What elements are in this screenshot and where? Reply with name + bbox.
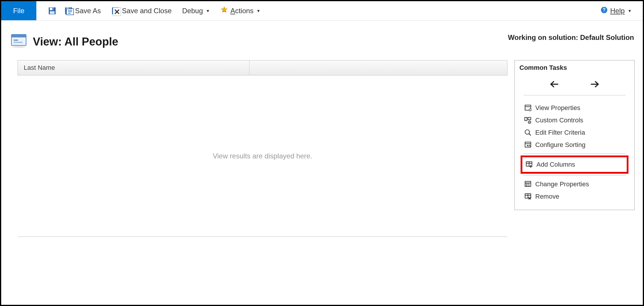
change-properties-icon [524,180,532,188]
column-header-last-name[interactable]: Last Name [18,60,249,75]
column-header-empty[interactable] [249,60,261,75]
view-grid: Last Name View results are displayed her… [18,60,507,237]
arrow-left-icon[interactable] [548,80,561,89]
task-edit-filter-criteria[interactable]: Edit Filter Criteria [524,126,626,139]
svg-rect-19 [14,40,18,41]
task-add-columns[interactable]: Add Columns [525,158,624,171]
task-configure-sorting[interactable]: Configure Sorting [524,139,626,151]
add-columns-icon [525,161,533,168]
chevron-down-icon: ▼ [206,9,210,13]
task-label: View Properties [535,104,580,112]
page-header: View: All People Working on solution: De… [1,21,643,51]
view-window-icon [10,32,28,51]
svg-rect-26 [528,117,531,120]
svg-point-28 [529,122,530,123]
svg-text:?: ? [603,7,606,12]
nav-arrows [524,77,626,95]
main-content: Last Name View results are displayed her… [1,51,643,237]
save-disk-icon [48,7,56,15]
svg-point-29 [525,130,529,134]
common-tasks-title: Common Tasks [519,64,630,72]
svg-point-21 [12,46,26,48]
svg-rect-18 [11,35,26,38]
task-custom-controls[interactable]: Custom Controls [524,114,626,126]
task-label: Custom Controls [535,116,583,124]
grid-placeholder-text: View results are displayed here. [213,152,312,160]
save-close-label: Save and Close [122,7,171,15]
save-as-disk-icon [64,7,73,15]
svg-text:i: i [530,109,530,111]
task-label: Change Properties [535,180,589,188]
common-tasks-panel: Common Tasks i View Properties Custom Co… [514,60,635,210]
save-as-label: Save As [75,7,101,15]
help-menu[interactable]: ? Help ▼ [595,1,637,20]
svg-rect-25 [525,117,527,121]
task-label: Remove [535,193,559,200]
debug-label: Debug [182,7,203,15]
add-columns-highlight: Add Columns [521,155,628,174]
svg-rect-3 [50,11,55,14]
task-view-properties[interactable]: i View Properties [524,102,626,114]
svg-rect-2 [52,8,54,10]
app-window: File Save As Save and Close Debug ▼ [0,0,644,306]
page-title: View: All People [33,35,118,48]
help-label: Help [610,7,625,15]
help-icon: ? [600,6,608,16]
file-menu-button[interactable]: File [1,1,36,20]
task-label: Add Columns [536,161,575,168]
custom-controls-icon [524,116,532,124]
star-hand-icon [220,6,228,16]
task-label: Edit Filter Criteria [535,129,585,136]
chevron-down-icon: ▼ [256,9,261,13]
actions-menu[interactable]: Actions ▼ [215,1,266,20]
save-and-close-button[interactable]: Save and Close [106,1,177,20]
task-label: Configure Sorting [535,141,585,149]
grid-body: View results are displayed here. [18,75,507,237]
svg-rect-20 [14,42,23,43]
arrow-right-icon[interactable] [588,80,601,89]
actions-label: Actions [230,7,254,15]
task-change-properties[interactable]: Change Properties [524,178,626,190]
save-close-disk-icon [111,7,120,15]
magnifier-icon [524,129,532,136]
file-label: File [13,7,25,15]
save-button[interactable] [36,1,59,20]
grid-header-row: Last Name [18,60,507,75]
task-remove[interactable]: Remove [524,190,626,203]
debug-menu[interactable]: Debug ▼ [177,1,215,20]
save-as-button[interactable]: Save As [59,1,106,20]
solution-label: Working on solution: Default Solution [508,32,634,42]
properties-icon: i [524,104,532,112]
svg-rect-30 [525,142,531,147]
sort-icon [524,141,532,149]
remove-icon [524,193,532,200]
toolbar: File Save As Save and Close Debug ▼ [1,1,643,21]
chevron-down-icon: ▼ [628,9,632,13]
